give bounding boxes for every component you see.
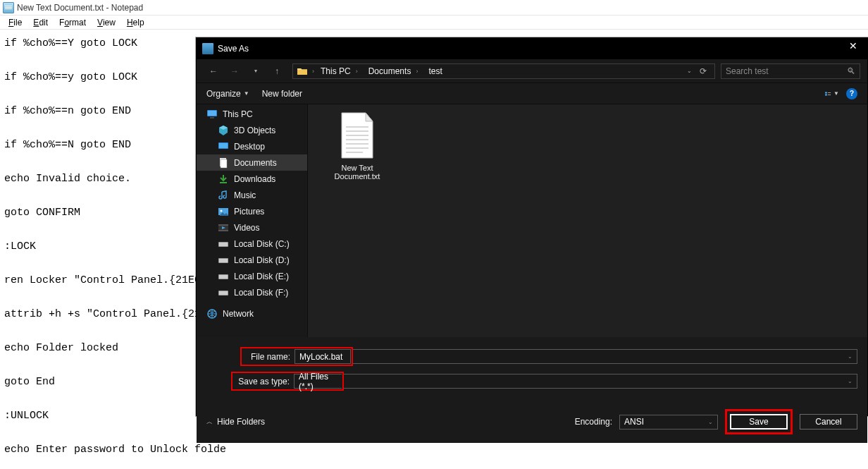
search-input[interactable]: Search test 🔍︎ [721, 63, 860, 79]
svg-rect-10 [221, 159, 227, 168]
sidebar-desktop[interactable]: Desktop [197, 138, 307, 154]
help-icon[interactable]: ? [846, 88, 857, 99]
sidebar-disk-c[interactable]: Local Disk (C:) [197, 236, 307, 252]
sidebar-videos[interactable]: Videos [197, 219, 307, 236]
breadcrumb-dropdown[interactable]: ⌄ [687, 68, 692, 74]
menu-help[interactable]: Help [121, 16, 150, 29]
form-area: File name: MyLock.bat ⌄ Save as type: Al… [197, 337, 867, 403]
hide-folders-button[interactable]: ︿ Hide Folders [206, 417, 265, 427]
back-button[interactable]: ← [204, 63, 223, 80]
dialog-title: Save As [218, 44, 839, 54]
svg-rect-2 [828, 92, 831, 92]
sidebar-this-pc[interactable]: This PC [197, 106, 307, 122]
saveastype-highlight: Save as type: All Files (*.*) [231, 372, 344, 391]
caret-up-icon: ︿ [206, 418, 213, 427]
breadcrumb-thispc[interactable]: This PC› [316, 66, 364, 76]
save-button[interactable]: Save [730, 414, 788, 430]
saveastype-label: Save as type: [233, 377, 294, 386]
sidebar-network[interactable]: Network [197, 305, 307, 322]
sidebar-music[interactable]: Music [197, 187, 307, 203]
svg-rect-15 [218, 224, 228, 226]
sidebar-label-thispc: This PC [223, 109, 253, 119]
sidebar-disk-e[interactable]: Local Disk (E:) [197, 268, 307, 284]
download-icon [218, 173, 229, 185]
desktop-icon [218, 141, 229, 152]
dialog-titlebar[interactable]: Save As ✕ [197, 38, 867, 59]
breadcrumb-test[interactable]: test [424, 66, 446, 76]
sidebar-disk-d[interactable]: Local Disk (D:) [197, 252, 307, 268]
forward-button[interactable]: → [225, 63, 244, 80]
menu-view[interactable]: View [92, 16, 121, 29]
notepad-icon [3, 2, 14, 13]
disk-icon [218, 255, 229, 266]
breadcrumb-root-chevron[interactable]: › [310, 68, 316, 75]
sidebar-pictures[interactable]: Pictures [197, 203, 307, 219]
view-mode-button[interactable]: ▼ [825, 88, 839, 99]
pc-icon [206, 109, 218, 120]
cancel-button[interactable]: Cancel [800, 414, 857, 430]
toolbar: Organize▼ New folder ▼ ? [197, 83, 867, 104]
recent-dropdown[interactable]: ▾ [246, 63, 266, 80]
menu-file[interactable]: File [3, 16, 27, 29]
encoding-label: Encoding: [575, 417, 612, 427]
saveastype-select[interactable]: All Files (*.*) [294, 374, 342, 389]
disk-icon [218, 287, 229, 298]
notepad-titlebar: New Text Document.txt - Notepad [0, 0, 868, 16]
svg-rect-11 [220, 182, 227, 183]
nav-bar: ← → ▾ ↑ › This PC› Documents› test ⌄ ⟳ S… [197, 59, 867, 83]
disk-icon [218, 271, 229, 282]
svg-rect-0 [825, 92, 827, 93]
up-button[interactable]: ↑ [267, 63, 287, 80]
svg-rect-1 [825, 94, 827, 95]
code-before: if %cho%==Y goto LOCK if %cho%==y goto L… [4, 37, 226, 469]
notepad-menubar: File Edit Format View Help [0, 16, 868, 30]
sidebar-disk-f[interactable]: Local Disk (F:) [197, 284, 307, 300]
svg-rect-8 [219, 143, 228, 148]
breadcrumb-documents[interactable]: Documents› [364, 66, 425, 76]
filename-label: File name: [242, 352, 294, 362]
sidebar-documents[interactable]: Documents [197, 154, 307, 171]
content-area: This PC 3D Objects Desktop Documents Dow… [197, 104, 867, 337]
drive new-disk-icon [218, 238, 229, 250]
filename-highlight: File name: MyLock.bat [240, 347, 353, 366]
encoding-select[interactable]: ANSI⌄ [619, 415, 718, 430]
svg-rect-16 [218, 230, 228, 231]
videos-icon [218, 222, 229, 233]
svg-rect-3 [828, 95, 831, 95]
svg-rect-5 [208, 111, 216, 116]
pictures-icon [218, 206, 229, 217]
search-placeholder: Search test [726, 66, 769, 76]
music-icon [218, 190, 229, 201]
saveastype-select-tail[interactable]: ⌄ [344, 374, 857, 389]
save-dialog-icon [202, 43, 213, 54]
search-icon: 🔍︎ [847, 66, 855, 76]
menu-format[interactable]: Format [54, 16, 92, 29]
sidebar-3d-objects[interactable]: 3D Objects [197, 122, 307, 138]
sidebar-downloads[interactable]: Downloads [197, 171, 307, 187]
svg-rect-24 [219, 291, 228, 295]
organize-button[interactable]: Organize▼ [206, 89, 249, 99]
notepad-title: New Text Document.txt - Notepad [17, 3, 143, 13]
svg-rect-6 [210, 117, 214, 118]
file-item-label: New Text Document.txt [322, 164, 392, 181]
filename-input-tail[interactable]: ⌄ [353, 349, 857, 364]
save-as-dialog: Save As ✕ ← → ▾ ↑ › This PC› Documents› … [196, 37, 868, 416]
refresh-button[interactable]: ⟳ [696, 66, 710, 76]
breadcrumb[interactable]: › This PC› Documents› test ⌄ ⟳ [292, 63, 715, 79]
svg-rect-20 [219, 259, 228, 262]
close-button[interactable]: ✕ [839, 35, 867, 56]
file-item-txt[interactable]: New Text Document.txt [322, 111, 392, 181]
documents-icon [218, 157, 229, 169]
save-button-highlight: Save [725, 409, 793, 434]
svg-rect-22 [219, 275, 228, 279]
network-icon [206, 308, 218, 319]
filename-input[interactable]: MyLock.bat [294, 349, 351, 364]
folder-icon [297, 66, 308, 76]
text-file-icon [337, 111, 377, 161]
file-pane[interactable]: New Text Document.txt [308, 104, 867, 337]
menu-edit[interactable]: Edit [27, 16, 54, 29]
svg-point-13 [221, 209, 223, 212]
bottom-row: ︿ Hide Folders Encoding: ANSI⌄ Save Canc… [197, 403, 867, 443]
svg-rect-18 [219, 243, 228, 246]
new-folder-button[interactable]: New folder [262, 89, 302, 99]
